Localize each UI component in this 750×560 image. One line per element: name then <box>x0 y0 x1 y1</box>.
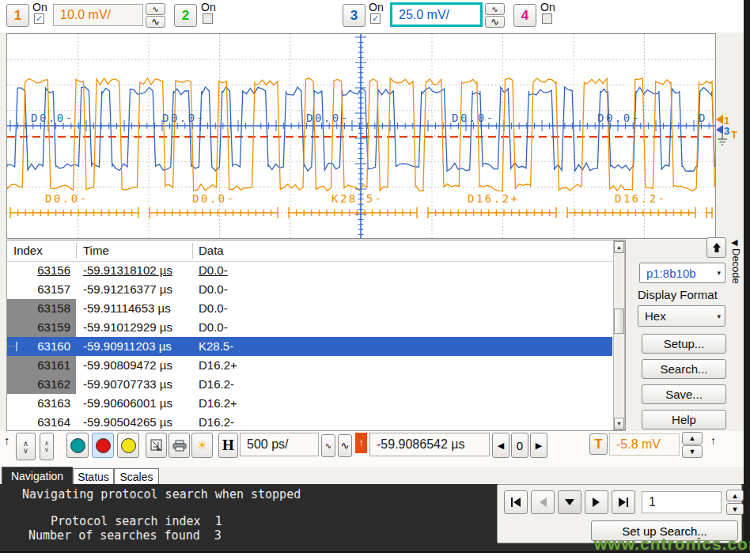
trigger-position-marker[interactable]: ↑ <box>355 433 367 453</box>
go-down-button[interactable] <box>558 490 581 514</box>
cell-time[interactable]: -59.90911203 µs <box>83 339 172 353</box>
column-divider[interactable] <box>76 243 77 259</box>
table-row[interactable]: 63161 -59.90809472 µs D16.2+ <box>7 356 612 375</box>
panel-collapse-button[interactable] <box>706 237 726 258</box>
cell-time[interactable]: -59.90707733 µs <box>83 377 172 391</box>
cell-data[interactable]: D0.0- <box>199 263 228 277</box>
table-row[interactable]: 63162 -59.90707733 µs D16.2- <box>7 375 612 394</box>
scroll-down-button[interactable]: ▼ <box>614 418 624 429</box>
cell-data[interactable]: D0.0- <box>199 282 228 296</box>
scroll-up-button[interactable]: ▲ <box>614 241 624 253</box>
cell-time[interactable]: -59.90809472 µs <box>83 358 172 372</box>
column-header-time[interactable]: Time <box>83 244 109 257</box>
table-row[interactable]: 63157 -59.91216377 µs D0.0- <box>7 280 612 299</box>
decode-side-tab[interactable]: ◀ Decode <box>729 237 743 340</box>
cell-index[interactable]: 63161 <box>7 356 76 375</box>
cell-index[interactable]: 63163 <box>7 396 70 410</box>
timebase-field[interactable]: 500 ps/ <box>240 433 319 456</box>
column-header-index[interactable]: Index <box>13 244 43 257</box>
go-first-button[interactable] <box>504 490 528 514</box>
position-left-button[interactable]: ◀ <box>492 433 509 458</box>
tab-status[interactable]: Status <box>73 468 114 485</box>
table-row[interactable]: 63164 -59.90504265 µs D16.2- <box>7 413 612 432</box>
horizontal-position-field[interactable]: -59.9086542 µs <box>369 433 490 456</box>
cell-index[interactable]: 63160 <box>7 339 70 353</box>
setup-button[interactable]: Setup... <box>642 334 726 354</box>
cell-data[interactable]: D16.2+ <box>199 358 237 372</box>
screen-capture-button[interactable] <box>146 433 167 458</box>
channel-3-scale-up-button[interactable]: ∿ <box>485 3 505 15</box>
channel-2-button[interactable]: 2 <box>174 4 197 27</box>
cell-data[interactable]: D0.0- <box>199 301 228 315</box>
cell-time[interactable]: -59.91012929 µs <box>83 320 172 334</box>
channel-3-scale-field[interactable]: 25.0 mV/ <box>390 2 483 27</box>
trigger-level-field[interactable]: -5.8 mV <box>609 433 680 456</box>
go-last-button[interactable] <box>612 490 635 514</box>
stop-button[interactable] <box>92 433 114 458</box>
channel-1-scale-up-button[interactable]: ∿ <box>146 3 165 15</box>
decode-bus-select[interactable]: p1:8b10b ▾ <box>639 263 725 283</box>
run-button[interactable] <box>66 433 89 458</box>
cell-data[interactable]: D16.2- <box>199 415 234 429</box>
go-next-button[interactable] <box>585 490 608 514</box>
position-zero-button[interactable]: 0 <box>511 433 528 458</box>
display-format-select[interactable]: Hex ▾ <box>638 305 725 327</box>
single-button[interactable] <box>117 433 139 458</box>
cell-time[interactable]: -59.90504265 µs <box>83 415 172 429</box>
index-spin-down-button[interactable]: ▼ <box>726 503 744 515</box>
channel-1-on-checkbox[interactable]: ✓ <box>34 13 44 24</box>
table-row-selected[interactable]: 63160 -59.90911203 µs K28.5- <box>7 337 612 356</box>
cell-index[interactable]: 63158 <box>7 299 76 318</box>
channel-1-scale-down-button[interactable]: ∿ <box>146 16 165 28</box>
table-row[interactable]: 63163 -59.90606001 µs D16.2+ <box>7 394 612 413</box>
cell-time[interactable]: -59.91114653 µs <box>83 301 171 315</box>
channel-4-button[interactable]: 4 <box>513 4 536 27</box>
cell-time[interactable]: -59.91216377 µs <box>83 282 172 296</box>
channel-2-on-checkbox[interactable] <box>203 13 213 24</box>
cell-index[interactable]: 63159 <box>7 318 76 337</box>
trigger-level-up-button[interactable]: ▲ <box>682 432 703 445</box>
vertical-pan-buttons[interactable]: ∧ ∨ <box>16 433 36 460</box>
search-index-field[interactable]: 1 <box>642 491 722 513</box>
cell-data[interactable]: D16.2- <box>199 377 234 391</box>
column-header-data[interactable]: Data <box>199 244 224 257</box>
table-scrollbar[interactable]: ▲ ▼ <box>613 240 625 430</box>
trigger-setup-button[interactable]: T <box>589 433 608 455</box>
horizontal-setup-button[interactable]: H <box>218 433 238 458</box>
vertical-fine-pan-buttons[interactable]: ∧ ∨ <box>40 433 54 460</box>
timebase-zoom-out-button[interactable]: ∿ <box>338 434 352 457</box>
cell-data[interactable]: D16.2+ <box>199 396 237 410</box>
channel-3-button[interactable]: 3 <box>343 4 366 27</box>
trigger-level-down-button[interactable]: ▼ <box>682 445 703 458</box>
scrollbar-thumb[interactable] <box>614 308 624 334</box>
position-right-button[interactable]: ▶ <box>530 433 547 458</box>
timebase-zoom-in-button[interactable]: ∿ <box>321 434 335 457</box>
tab-navigation[interactable]: Navigation <box>2 467 73 485</box>
channel-1-scale-field[interactable]: 10.0 mV/ <box>53 4 143 26</box>
table-row[interactable]: 63158 -59.91114653 µs D0.0- <box>7 299 612 318</box>
channel-3-scale-down-button[interactable]: ∿ <box>485 16 505 28</box>
channel-4-on-checkbox[interactable] <box>542 13 552 24</box>
save-button[interactable]: Save... <box>642 384 726 404</box>
channel-3-on-checkbox[interactable]: ✓ <box>370 13 381 24</box>
column-divider[interactable] <box>192 243 193 259</box>
cell-index[interactable]: 63157 <box>7 282 70 296</box>
go-previous-button[interactable] <box>531 490 555 514</box>
cell-index[interactable]: 63162 <box>7 375 76 394</box>
cell-index[interactable]: 63156 <box>7 263 70 277</box>
cell-data[interactable]: K28.5- <box>199 339 233 353</box>
search-button[interactable]: Search... <box>642 359 726 379</box>
cell-time[interactable]: -59.91318102 µs <box>83 263 172 277</box>
table-row[interactable]: 63159 -59.91012929 µs D0.0- <box>7 318 612 337</box>
cell-time[interactable]: -59.90606001 µs <box>83 396 172 410</box>
tab-scales[interactable]: Scales <box>114 468 159 485</box>
channel-1-button[interactable]: 1 <box>6 4 29 27</box>
waveform-display[interactable]: D0.0- D0.0- D0.0- D0.0- D0.0- D D0.0- D0… <box>6 33 716 239</box>
print-button[interactable] <box>169 433 190 458</box>
clear-display-button[interactable]: ☀ <box>191 433 213 458</box>
table-row[interactable]: 63156 -59.91318102 µs D0.0- <box>7 261 612 280</box>
index-spin-up-button[interactable]: ▲ <box>726 490 744 501</box>
help-button[interactable]: Help <box>642 410 726 429</box>
cell-index[interactable]: 63164 <box>7 415 70 429</box>
cell-data[interactable]: D0.0- <box>199 320 228 334</box>
